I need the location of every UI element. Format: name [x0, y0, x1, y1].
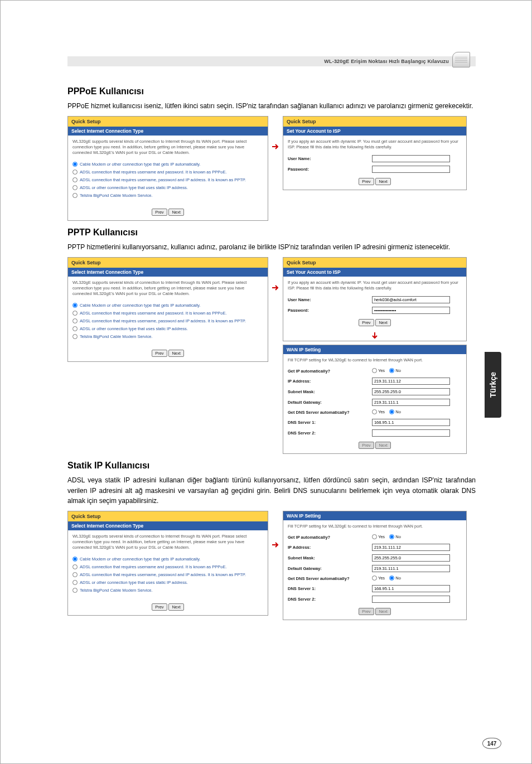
- getip-label: Get IP automatically?: [283, 533, 367, 542]
- conn-radio-pptp[interactable]: ADSL connection that requires username, …: [72, 177, 263, 182]
- no-label: No: [395, 576, 401, 581]
- password-input[interactable]: [372, 307, 450, 314]
- getip-yes-radio[interactable]: Yes: [372, 368, 385, 373]
- next-button[interactable]: Next: [375, 319, 391, 326]
- ip-label: IP Address:: [283, 542, 367, 553]
- arrow-right-icon: [272, 257, 279, 292]
- quicksetup-blurb: WL320gE supports several kinds of connec…: [68, 530, 268, 554]
- mask-input[interactable]: [372, 554, 450, 562]
- page-number: 147: [482, 738, 501, 749]
- ip-label: IP Address:: [283, 376, 367, 386]
- select-type-header: Select Internet Connection Type: [68, 127, 268, 136]
- username-input[interactable]: [372, 296, 450, 303]
- getdns-label: Get DNS Server automatically?: [283, 408, 367, 417]
- prev-button[interactable]: Prev: [359, 319, 374, 326]
- prev-button[interactable]: Prev: [152, 209, 167, 216]
- isp-header: Set Your Account to ISP: [283, 268, 466, 277]
- getdns-label: Get DNS Server automatically?: [283, 574, 367, 583]
- select-type-header: Select Internet Connection Type: [68, 521, 268, 530]
- conn-radio-auto-label: Cable Modem or other connection type tha…: [80, 303, 201, 308]
- section-pppoe-title: PPPoE Kullanıcısı: [67, 86, 476, 96]
- conn-radio-auto[interactable]: Cable Modem or other connection type tha…: [72, 162, 263, 167]
- next-button[interactable]: Next: [375, 178, 391, 185]
- arrow-right-icon: [272, 511, 279, 549]
- conn-radio-auto[interactable]: Cable Modem or other connection type tha…: [72, 303, 263, 308]
- next-button[interactable]: Next: [168, 350, 184, 357]
- conn-radio-static-label: ADSL or other connection type that uses …: [80, 185, 188, 190]
- conn-radio-bigpond[interactable]: Telstra BigPond Cable Modem Service.: [72, 193, 263, 198]
- conn-radio-auto[interactable]: Cable Modem or other connection type tha…: [72, 557, 263, 562]
- conn-radio-pppoe[interactable]: ADSL connection that requires username a…: [72, 311, 263, 316]
- gw-input[interactable]: [372, 565, 450, 572]
- wan-panel-2: WAN IP Setting Fill TCP/IP setting for W…: [283, 511, 467, 620]
- password-input[interactable]: [372, 166, 450, 173]
- dns1-label: DNS Server 1:: [283, 417, 367, 428]
- conn-radio-static[interactable]: ADSL or other connection type that uses …: [72, 326, 263, 331]
- dns1-input[interactable]: [372, 419, 450, 426]
- next-button-disabled: Next: [375, 608, 391, 615]
- quicksetup-header: Quick Setup: [68, 117, 268, 127]
- conn-radio-bigpond[interactable]: Telstra BigPond Cable Modem Service.: [72, 588, 263, 593]
- next-button[interactable]: Next: [168, 209, 184, 216]
- quicksetup-blurb: WL320gE supports several kinds of connec…: [68, 136, 268, 159]
- gw-label: Default Gateway:: [283, 397, 367, 408]
- quicksetup-panel-1: Quick Setup Select Internet Connection T…: [67, 116, 268, 221]
- getdns-yes-radio[interactable]: Yes: [372, 576, 385, 581]
- conn-radio-pptp[interactable]: ADSL connection that requires username, …: [72, 572, 263, 577]
- section-pptp-title: PPTP Kullanıcısı: [67, 228, 476, 238]
- isp-header: Set Your Account to ISP: [283, 127, 466, 136]
- conn-radio-pppoe-label: ADSL connection that requires username a…: [80, 564, 227, 569]
- wan-blurb: Fill TCP/IP setting for WL320gE to conne…: [283, 520, 466, 533]
- conn-radio-static[interactable]: ADSL or other connection type that uses …: [72, 185, 263, 190]
- conn-radio-bigpond-label: Telstra BigPond Cable Modem Service.: [80, 334, 152, 339]
- yes-label: Yes: [378, 409, 385, 414]
- section-static-title: Statik IP Kullanıcısı: [67, 461, 476, 471]
- conn-radio-pppoe[interactable]: ADSL connection that requires username a…: [72, 564, 263, 569]
- prev-button[interactable]: Prev: [152, 603, 167, 611]
- section-static-lead: ADSL veya statik IP adresini kullanan di…: [67, 475, 476, 506]
- yes-label: Yes: [378, 534, 385, 539]
- getip-no-radio[interactable]: No: [389, 368, 401, 373]
- no-label: No: [395, 368, 401, 373]
- dns2-label: DNS Server 2:: [283, 428, 367, 438]
- getdns-no-radio[interactable]: No: [389, 409, 401, 414]
- conn-radio-pppoe-label: ADSL connection that requires username a…: [80, 311, 227, 316]
- dns2-input[interactable]: [372, 429, 450, 437]
- getip-yes-radio[interactable]: Yes: [372, 534, 385, 539]
- getdns-no-radio[interactable]: No: [389, 576, 401, 581]
- guide-header: WL-320gE Erişim Noktası Hızlı Başlangıç …: [67, 56, 476, 66]
- conn-radio-static[interactable]: ADSL or other connection type that uses …: [72, 580, 263, 585]
- ip-input[interactable]: [372, 378, 450, 385]
- getdns-yes-radio[interactable]: Yes: [372, 409, 385, 414]
- gw-input[interactable]: [372, 399, 450, 406]
- conn-radio-bigpond[interactable]: Telstra BigPond Cable Modem Service.: [72, 334, 263, 339]
- prev-button-disabled: Prev: [359, 608, 374, 615]
- conn-radio-pptp[interactable]: ADSL connection that requires username, …: [72, 318, 263, 323]
- prev-button[interactable]: Prev: [152, 350, 167, 357]
- prev-button[interactable]: Prev: [359, 178, 374, 185]
- yes-label: Yes: [378, 368, 385, 373]
- wan-header: WAN IP Setting: [283, 345, 466, 354]
- dns1-input[interactable]: [372, 585, 450, 592]
- gw-label: Default Gateway:: [283, 563, 367, 574]
- dns2-input[interactable]: [372, 596, 450, 603]
- mask-input[interactable]: [372, 388, 450, 395]
- next-button[interactable]: Next: [168, 603, 184, 611]
- guide-icon: [452, 52, 470, 67]
- quicksetup-blurb: WL320gE supports several kinds of connec…: [68, 277, 268, 300]
- section-pppoe-lead: PPPoE hizmet kullanıcısı iseniz, lütfen …: [67, 101, 476, 112]
- conn-radio-pppoe[interactable]: ADSL connection that requires username a…: [72, 170, 263, 175]
- ip-input[interactable]: [372, 544, 450, 551]
- dns1-label: DNS Server 1:: [283, 583, 367, 594]
- language-tab: Türkçe: [485, 352, 501, 418]
- quicksetup-header: Quick Setup: [68, 258, 268, 268]
- conn-radio-auto-label: Cable Modem or other connection type tha…: [80, 162, 201, 167]
- section-pptp-lead: PPTP hizmetlerini kullanıyorsanız, kulla…: [67, 242, 476, 253]
- quicksetup-panel-2: Quick Setup Select Internet Connection T…: [67, 257, 268, 362]
- yes-label: Yes: [378, 576, 385, 581]
- username-input[interactable]: [372, 155, 450, 162]
- conn-radio-pptp-label: ADSL connection that requires username, …: [80, 318, 246, 323]
- quicksetup-header: Quick Setup: [283, 117, 466, 127]
- quicksetup-header: Quick Setup: [283, 258, 466, 268]
- getip-no-radio[interactable]: No: [389, 534, 401, 539]
